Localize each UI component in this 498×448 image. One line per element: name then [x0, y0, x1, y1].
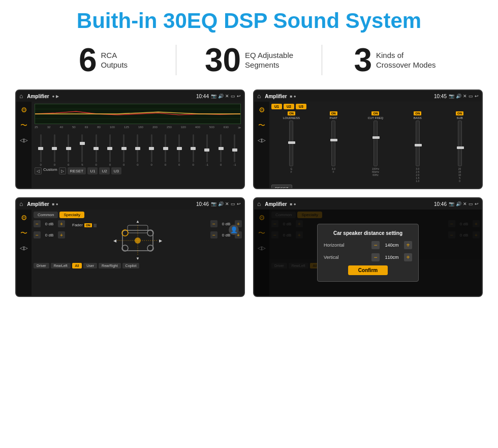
copilot-btn[interactable]: Copilot — [122, 263, 140, 268]
back-icon-4[interactable]: ↩ — [475, 201, 479, 206]
home-icon-3[interactable]: ⌂ — [19, 200, 23, 207]
window-icon-2: ▭ — [469, 94, 473, 99]
horizontal-plus[interactable]: + — [404, 241, 412, 249]
all-btn[interactable]: All — [72, 263, 82, 268]
slider-320[interactable]: 0 — [187, 134, 199, 166]
eq-sliders-container: 0 0 0 5 0 — [35, 131, 241, 166]
band-on-phat[interactable]: ON — [330, 111, 337, 115]
band-on-loudness[interactable]: ON — [288, 111, 295, 115]
confirm-button[interactable]: Confirm — [348, 265, 388, 275]
screen-fader: ⌂ Amplifier ■ ● 10:46 📷 🔊 ✕ ▭ ↩ ⚙ 〜 ◁▷ C… — [15, 197, 245, 297]
time-3: 10:46 — [196, 201, 209, 207]
close-icon-3[interactable]: ✕ — [225, 201, 229, 206]
rearright-btn[interactable]: RearRight — [99, 263, 121, 268]
slider-32[interactable]: 0 — [48, 134, 60, 166]
stat-crossover-label: Kinds ofCrossover Modes — [376, 50, 436, 70]
phat-slider[interactable] — [331, 121, 335, 166]
stat-crossover: 3 Kinds ofCrossover Modes — [322, 44, 468, 76]
fader-left-sidebar: ⚙ 〜 ◁▷ — [16, 210, 32, 296]
status-bar-1: ⌂ Amplifier ● ▶ 10:44 📷 🔊 ✕ ▭ ↩ — [16, 91, 244, 102]
reset-button[interactable]: RESET — [68, 167, 86, 174]
eq-icon[interactable]: ⚙ — [21, 106, 27, 114]
back-icon-2[interactable]: ↩ — [475, 94, 479, 99]
amp-left-sidebar: ⚙ 〜 ◁▷ — [254, 102, 269, 188]
camera-icon-2: 📷 — [449, 94, 454, 99]
status-icons-4: 📷 🔊 ✕ ▭ ↩ — [449, 201, 479, 206]
slider-200[interactable]: 0 — [159, 134, 171, 166]
slider-25[interactable]: 0 — [35, 134, 47, 166]
eq-graph — [35, 104, 241, 124]
vertical-minus[interactable]: − — [371, 253, 380, 261]
vertical-row: Vertical − 110cm + — [324, 253, 412, 261]
bass-slider[interactable] — [416, 121, 420, 166]
u3-button[interactable]: U3 — [111, 167, 121, 174]
common-tab[interactable]: Common — [34, 212, 58, 218]
eq-icon-3[interactable]: ⚙ — [21, 214, 27, 222]
eq-icon-2[interactable]: ⚙ — [259, 106, 265, 114]
wave-icon[interactable]: 〜 — [20, 121, 27, 130]
slider-50[interactable]: 5 — [76, 134, 88, 166]
amp-reset-button[interactable]: RESET — [271, 185, 292, 188]
u2-button[interactable]: U2 — [99, 167, 109, 174]
volume-icon-4: 🔊 — [456, 201, 461, 206]
back-icon-1[interactable]: ↩ — [237, 94, 241, 99]
dialog-overlay: Car speaker distance setting Horizontal … — [254, 210, 482, 296]
amp-main-panel: U1 U2 U3 ON LOUDNESS GF ON P — [269, 102, 482, 188]
slider-63[interactable]: 0 — [90, 134, 102, 166]
u1-preset[interactable]: U1 — [271, 104, 282, 109]
slider-250[interactable]: 0 — [173, 134, 185, 166]
cutfreq-slider[interactable] — [374, 121, 378, 166]
u1-button[interactable]: U1 — [87, 167, 98, 174]
close-icon-4[interactable]: ✕ — [463, 201, 467, 206]
time-2: 10:45 — [434, 94, 447, 99]
close-icon-1[interactable]: ✕ — [225, 94, 229, 99]
slider-80[interactable]: 0 — [104, 134, 116, 166]
home-icon-1[interactable]: ⌂ — [19, 93, 23, 100]
app-title-3: Amplifier — [27, 201, 49, 207]
preset-label: Custom — [43, 167, 57, 174]
slider-40[interactable]: 0 — [63, 134, 75, 166]
back-icon-3[interactable]: ↩ — [237, 201, 241, 206]
band-on-cutfreq[interactable]: ON — [371, 111, 379, 115]
horizontal-value: 140cm — [382, 243, 402, 248]
vertical-plus[interactable]: + — [404, 253, 412, 261]
slider-400[interactable]: -1 — [201, 134, 213, 166]
close-icon-2[interactable]: ✕ — [463, 94, 467, 99]
speaker-icon-2[interactable]: ◁▷ — [258, 137, 266, 143]
home-icon-2[interactable]: ⌂ — [257, 93, 261, 100]
horizontal-minus[interactable]: − — [371, 241, 380, 249]
sp4-minus[interactable]: − — [210, 231, 217, 238]
distance-dialog: Car speaker distance setting Horizontal … — [317, 224, 419, 282]
next-button[interactable]: ▷ — [59, 167, 66, 174]
sp3-minus[interactable]: − — [210, 220, 217, 227]
u3-preset[interactable]: U3 — [296, 104, 306, 109]
slider-500[interactable]: 0 — [214, 134, 227, 166]
fader-on-badge: ON — [84, 223, 92, 227]
sp1-minus[interactable]: − — [34, 220, 41, 227]
slider-630[interactable]: -1 — [229, 134, 241, 166]
rearleft-btn[interactable]: RearLeft — [51, 263, 71, 268]
band-on-sub[interactable]: ON — [456, 111, 463, 115]
slider-160[interactable]: 0 — [145, 134, 158, 166]
app-title-4: Amplifier — [265, 201, 287, 207]
sp2-plus[interactable]: + — [58, 231, 65, 238]
band-on-bass[interactable]: ON — [414, 111, 421, 115]
slider-100[interactable]: 0 — [118, 134, 130, 166]
prev-button[interactable]: ◁ — [35, 167, 42, 174]
wave-icon-3[interactable]: 〜 — [20, 229, 27, 238]
loudness-slider[interactable] — [289, 121, 293, 166]
home-icon-4[interactable]: ⌂ — [257, 200, 261, 207]
status-dots-4: ■ ● — [290, 202, 296, 206]
stat-rca: 6 RCAOutputs — [30, 44, 176, 76]
sub-slider[interactable] — [458, 121, 462, 166]
specialty-tab[interactable]: Specialty — [59, 212, 84, 218]
u2-preset[interactable]: U2 — [284, 104, 294, 109]
wave-icon-2[interactable]: 〜 — [258, 121, 265, 130]
driver-btn[interactable]: Driver — [34, 263, 49, 268]
user-btn[interactable]: User — [83, 263, 97, 268]
speaker-icon-3[interactable]: ◁▷ — [20, 245, 28, 251]
sp2-minus[interactable]: − — [34, 231, 41, 238]
sp1-plus[interactable]: + — [58, 220, 65, 227]
speaker-icon[interactable]: ◁▷ — [20, 137, 28, 143]
slider-125[interactable]: 0 — [132, 134, 144, 166]
